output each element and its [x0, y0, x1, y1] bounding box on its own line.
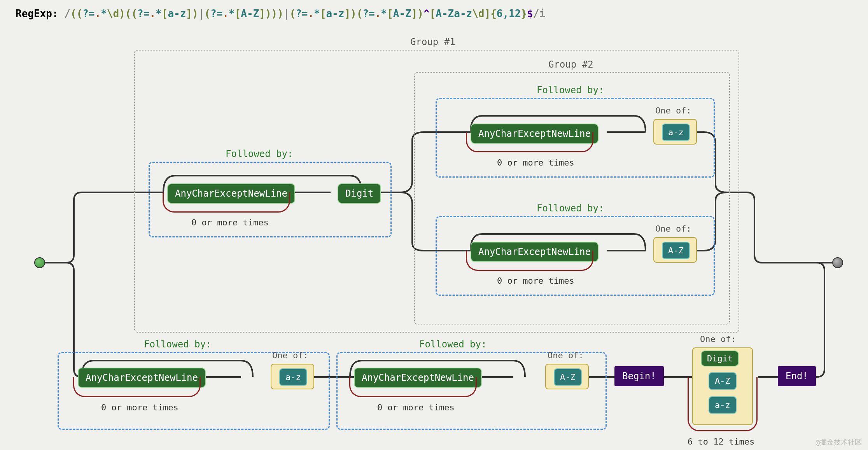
- token-az-lower-1: a-z: [662, 124, 690, 141]
- repeat-arc-5: [349, 377, 477, 397]
- regexp-header: RegExp: /((?=.*\d)((?=.*[a-z])|(?=.*[A-Z…: [16, 8, 545, 19]
- watermark: @掘金技术社区: [816, 438, 862, 447]
- oneof-label-2: One of:: [655, 224, 691, 234]
- regexp-label: RegExp:: [16, 8, 58, 19]
- token-az-lower-2: a-z: [279, 368, 307, 386]
- token-az-upper-1: A-Z: [662, 242, 690, 259]
- oneof-label-3: One of:: [272, 351, 308, 360]
- repeat-arc-2: [466, 132, 593, 152]
- followed-label-1: Followed by:: [226, 148, 293, 159]
- followed-label-3: Followed by:: [537, 203, 604, 214]
- repeat-label-6: 6 to 12 times: [688, 437, 754, 447]
- group-1-label: Group #1: [410, 37, 455, 47]
- repeat-label-3: 0 or more times: [497, 276, 574, 286]
- oneof-label-1: One of:: [655, 106, 691, 115]
- start-node: [34, 257, 45, 268]
- followed-label-4: Followed by:: [144, 339, 211, 350]
- repeat-arc-3: [466, 251, 593, 271]
- repeat-label-1: 0 or more times: [191, 218, 269, 227]
- repeat-arc-1: [163, 192, 290, 213]
- repeat-arc-4: [73, 377, 201, 397]
- group-2-label: Group #2: [548, 59, 593, 70]
- repeat-label-2: 0 or more times: [497, 158, 574, 167]
- token-az-upper-2: A-Z: [554, 368, 582, 386]
- token-begin: Begin!: [614, 366, 664, 386]
- followed-label-2: Followed by:: [537, 85, 604, 96]
- end-node: [832, 257, 843, 268]
- followed-label-5: Followed by:: [419, 339, 486, 350]
- token-digit-2: Digit: [701, 351, 739, 366]
- token-digit: Digit: [338, 183, 381, 204]
- regex-diagram: Group #1 Group #2 Followed by: AnyCharEx…: [0, 31, 868, 450]
- token-end: End!: [778, 366, 816, 386]
- repeat-arc-6: [688, 377, 758, 431]
- repeat-label-5: 0 or more times: [377, 403, 455, 412]
- repeat-label-4: 0 or more times: [101, 403, 178, 412]
- oneof-label-5: One of:: [700, 334, 736, 344]
- oneof-label-4: One of:: [548, 351, 584, 360]
- regexp-code: /((?=.*\d)((?=.*[a-z])|(?=.*[A-Z])))|(?=…: [64, 8, 545, 19]
